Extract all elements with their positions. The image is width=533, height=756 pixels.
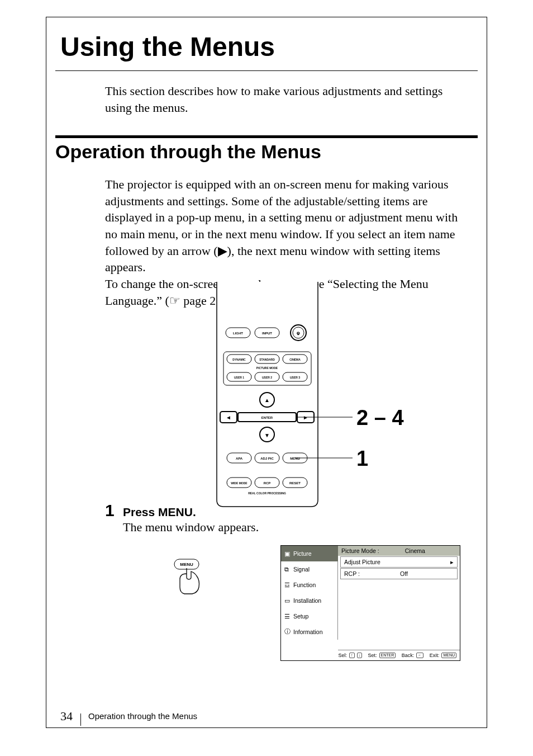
osd-right-pane: Picture Mode : Cinema Adjust Picture ▸ R… [338,546,460,579]
picture-icon: ▣ [284,550,291,557]
remote-user2-label: USER 2 [262,376,272,379]
h1-rule [55,70,478,71]
osd-footer-sel-label: Sel: [339,653,348,658]
remote-reset-label: RESET [289,481,301,485]
osd-tab-information-label: Information [293,629,323,635]
up-down-key-icon: ↑ [349,653,355,658]
up-down-key-icon-2: ↓ [357,653,363,658]
page: Using the Menus This section describes h… [0,0,533,756]
osd-tab-installation-label: Installation [293,597,321,604]
intro-paragraph: This section describes how to make vario… [105,83,466,116]
setup-icon: ☰ [284,613,291,620]
osd-tab-picture-label: Picture [293,550,312,557]
remote-enter-label: ENTER [261,416,273,419]
footer-separator [80,714,81,726]
callout-step-1: 1 [356,447,368,471]
h2-rule [55,135,478,138]
remote-widemode-label: WIDE MODE [231,481,248,485]
body-p1: The projector is equipped with an on-scr… [105,177,458,274]
osd-tab-signal-label: Signal [293,566,310,573]
osd-tab-function-label: Function [293,582,316,588]
press-menu-icon: MENU [172,557,206,596]
osd-footer-back-label: Back: [402,653,415,658]
osd-menu-window: ▣Picture ⧉Signal ☲Function ▭Installation… [280,545,460,661]
osd-row-picture-mode-label: Picture Mode : [341,547,379,554]
step-1-number: 1 [105,501,115,520]
pointing-hand-icon: ☞ [169,294,180,308]
page-footer-text: Operation through the Menus [88,711,197,721]
osd-tab-picture: ▣Picture [281,546,338,561]
installation-icon: ▭ [284,597,291,604]
function-icon: ☲ [284,582,291,588]
page-title-h1: Using the Menus [60,31,275,62]
remote-dynamic-label: DYNAMIC [232,358,246,361]
osd-row-rcp-value: Off [360,570,448,577]
remote-user3-label: USER 3 [290,376,300,379]
osd-row-rcp-label: RCP : [344,570,360,577]
information-icon: ⓘ [284,628,291,636]
osd-tab-function: ☲Function [281,577,338,593]
osd-tab-setup-label: Setup [293,613,308,620]
remote-rcp-label: RCP [264,481,271,485]
osd-tab-signal: ⧉Signal [281,561,338,577]
remote-adjpic-label: ADJ PIC [260,457,274,460]
menu-key-icon: MENU [441,653,456,658]
callout-steps-2-4: 2 – 4 [356,406,404,430]
section-title-h2: Operation through the Menus [55,141,321,163]
svg-text:◄: ◄ [226,414,231,420]
page-number: 34 [60,709,73,723]
remote-light-label: LIGHT [233,332,243,335]
osd-footer-exit-label: Exit: [430,653,440,658]
remote-menu-label: MENU [290,457,300,460]
press-menu-label: MENU [180,562,193,567]
remote-rcp-caption: REAL COLOR PROCESSING [248,492,286,495]
remote-picture-mode-label: PICTURE MODE [256,366,278,370]
osd-footer-set-label: Set: [368,653,377,658]
remote-apa-label: APA [236,457,243,460]
osd-footer: Sel:↑↓ Set:ENTER Back:← Exit:MENU [338,650,460,660]
osd-left-pane: ▣Picture ⧉Signal ☲Function ▭Installation… [281,546,338,640]
enter-key-icon: ENTER [379,653,396,658]
osd-tab-information: ⓘInformation [281,624,338,640]
remote-input-label: INPUT [262,332,272,335]
remote-standard-label: STANDARD [259,358,275,361]
chevron-right-icon: ▸ [450,559,454,566]
remote-user1-label: USER 1 [234,376,244,379]
osd-row-adjust-picture-label: Adjust Picture [344,559,380,565]
step-1-body: The menu window appears. [123,520,259,535]
page-footer: 34 Operation through the Menus [60,709,197,724]
remote-illustration: LIGHT INPUT ⏻ DYNAMIC STANDARD CINEMA PI… [210,282,325,510]
osd-row-picture-mode-value: Cinema [379,547,451,554]
osd-row-picture-mode: Picture Mode : Cinema [338,546,460,556]
svg-text:▼: ▼ [264,432,270,438]
osd-tab-installation: ▭Installation [281,593,338,608]
svg-text:▲: ▲ [264,397,270,403]
left-key-icon: ← [416,653,423,658]
osd-row-adjust-picture: Adjust Picture ▸ [340,556,458,568]
remote-cinema-label: CINEMA [289,358,301,361]
step-1-title: Press MENU. [123,505,196,519]
osd-tab-setup: ☰Setup [281,608,338,624]
osd-row-rcp: RCP : Off [340,568,458,579]
signal-icon: ⧉ [284,566,291,573]
callout-lines [318,282,363,510]
svg-text:⏻: ⏻ [297,331,300,336]
